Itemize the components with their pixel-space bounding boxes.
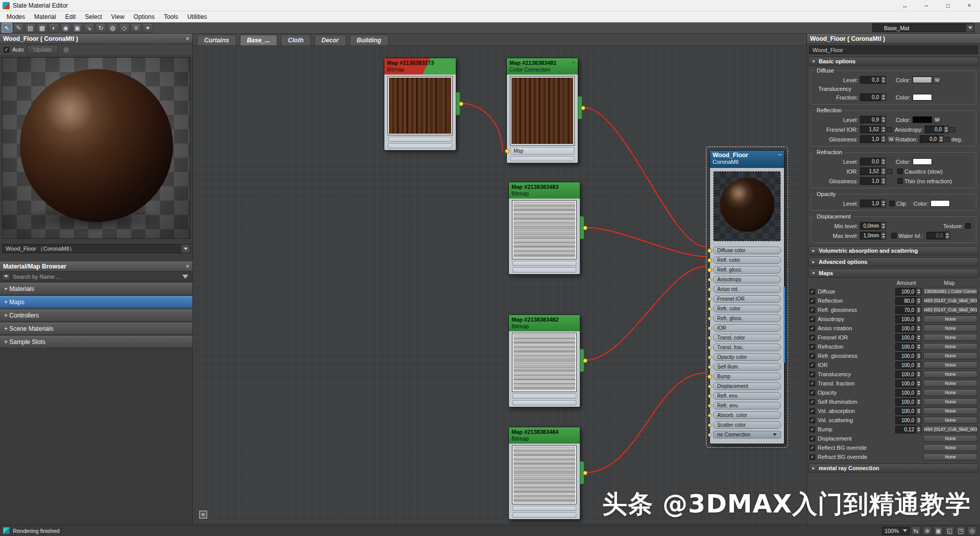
node-color-correction-2138383481[interactable]: Map #2138383481 Color Correction − Map — [506, 58, 578, 163]
collapsed-rollup[interactable] — [512, 506, 576, 511]
browser-group-item[interactable]: + Maps — [0, 296, 192, 308]
drag-material-icon[interactable]: ◎ — [63, 46, 68, 53]
zoom-extents-selected-icon[interactable]: ◳ — [956, 526, 966, 535]
zoom-level-combo[interactable]: 100% — [882, 527, 910, 535]
zoom-icon[interactable]: ⊕ — [922, 526, 932, 535]
rollout-mental-ray-connection[interactable]: ► mental ray Connection — [808, 464, 978, 473]
chevron-down-icon[interactable] — [182, 245, 190, 253]
water-level-checkbox[interactable] — [891, 233, 897, 238]
view-tab[interactable]: Cloth — [281, 35, 311, 45]
fit-view-icon[interactable]: ◎ — [967, 526, 977, 535]
material-input-slot[interactable]: Refr. env. — [713, 402, 781, 409]
spinner-arrows-icon[interactable] — [880, 93, 886, 101]
map-amount-spinner[interactable]: 100,0 — [895, 343, 921, 351]
material-input-slot[interactable]: Opacity color — [713, 353, 781, 361]
input-socket[interactable] — [708, 336, 712, 339]
map-slot-button[interactable]: None — [923, 361, 977, 369]
make-unique-icon[interactable]: ▣ — [72, 23, 83, 33]
spinner-arrows-icon[interactable] — [916, 343, 921, 351]
collapsed-rollup[interactable] — [388, 137, 452, 142]
layout-all-icon[interactable]: ≡ — [131, 23, 141, 33]
navigator-icon[interactable] — [199, 510, 207, 519]
spinner-arrows-icon[interactable] — [916, 334, 921, 342]
map-enable-checkbox[interactable]: ✓ — [810, 381, 815, 386]
map-enable-checkbox[interactable]: ✓ — [810, 316, 815, 322]
material-input-slot[interactable]: Refr. gloss. — [713, 314, 781, 322]
map-enable-checkbox[interactable]: ✓ — [810, 454, 815, 460]
spinner-arrows-icon[interactable] — [880, 222, 886, 230]
anisotropy-map-shortcut[interactable] — [950, 127, 955, 132]
water-level-spinner[interactable]: 0,5 — [926, 232, 950, 239]
map-slot-button[interactable]: 383484 (0147_Cub_tiled_001_R — [923, 426, 977, 433]
map-amount-spinner[interactable]: 100,0 — [895, 325, 921, 332]
material-input-slot[interactable]: mr Connection — [713, 431, 781, 438]
map-enable-checkbox[interactable]: ✓ — [810, 362, 815, 368]
collapsed-rollup[interactable] — [512, 400, 576, 405]
input-socket[interactable] — [707, 248, 712, 253]
map-enable-checkbox[interactable]: ✓ — [810, 436, 815, 442]
zoom-extents-icon[interactable]: ◱ — [945, 526, 954, 535]
spinner-arrows-icon[interactable] — [880, 126, 886, 133]
spinner-arrows-icon[interactable] — [880, 232, 886, 239]
reflection-level-spinner[interactable]: 0,9 — [860, 116, 886, 124]
menu-item[interactable]: Utilities — [183, 12, 212, 21]
connection-wire[interactable] — [586, 228, 706, 257]
map-slot-button[interactable]: None — [923, 343, 977, 350]
map-slot-button[interactable]: 383482 (0147_Cub_tiled_001_R — [923, 306, 977, 313]
input-socket[interactable] — [708, 346, 712, 349]
active-material-combo[interactable]: Base_Mat — [872, 23, 974, 32]
preview-material-selector[interactable]: Wood_Floor （CoronaMtl） — [2, 244, 190, 253]
map-input-slot[interactable]: Map — [510, 147, 574, 155]
fresnel-map-shortcut[interactable] — [887, 127, 892, 132]
connection-wire[interactable] — [462, 104, 503, 152]
map-enable-checkbox[interactable]: ✓ — [810, 427, 815, 432]
reset-maps-icon[interactable]: ↻ — [95, 23, 106, 33]
output-socket[interactable] — [583, 358, 587, 363]
input-socket[interactable] — [707, 258, 712, 262]
map-slot-button[interactable]: None — [923, 389, 977, 396]
map-amount-spinner[interactable]: 100,0 — [895, 398, 921, 406]
diffuse-color-swatch[interactable] — [913, 77, 932, 83]
refraction-level-spinner[interactable]: 0,0 — [860, 158, 886, 165]
node-canvas[interactable]: Map #2138383273 Bitmap Map #2138383481 C… — [193, 46, 806, 525]
rotation-map-shortcut[interactable] — [945, 137, 950, 142]
input-socket[interactable] — [708, 365, 712, 369]
material-input-slot[interactable]: Refl. gloss. — [713, 266, 781, 274]
select-tool-icon[interactable]: ↖ — [2, 23, 12, 33]
material-input-slot[interactable]: Refr. color — [713, 305, 781, 312]
input-socket[interactable] — [708, 423, 712, 427]
material-input-slot[interactable]: Self illum. — [713, 363, 781, 371]
input-socket[interactable] — [708, 326, 712, 330]
browser-group-item[interactable]: + Scene Materials — [0, 323, 192, 335]
spinner-arrows-icon[interactable] — [916, 371, 921, 378]
menu-item[interactable]: View — [107, 12, 129, 21]
node-header[interactable]: Map #2138383273 Bitmap — [384, 58, 456, 75]
map-enable-checkbox[interactable]: ✓ — [810, 335, 815, 340]
render-map-icon[interactable]: ✦ — [142, 23, 153, 33]
map-slot-button[interactable]: None — [923, 453, 977, 460]
spinner-arrows-icon[interactable] — [916, 297, 921, 305]
spinner-arrows-icon[interactable] — [880, 167, 886, 175]
spinner-arrows-icon[interactable] — [916, 288, 921, 296]
diffuse-level-spinner[interactable]: 0,3 — [860, 76, 886, 84]
view-tab[interactable]: Curtains — [197, 35, 236, 45]
map-amount-spinner[interactable]: 100,0 — [895, 371, 921, 378]
caustics-checkbox[interactable] — [897, 168, 903, 174]
map-amount-spinner[interactable]: 100,0 — [895, 407, 921, 415]
map-enable-checkbox[interactable]: ✓ — [810, 445, 815, 451]
material-input-slot[interactable]: Refl. color — [713, 256, 781, 264]
spinner-arrows-icon[interactable] — [916, 352, 921, 360]
map-enable-checkbox[interactable]: ✓ — [810, 326, 815, 331]
map-slot-button[interactable]: 383483 (0147_Cub_tiled_001_R — [923, 297, 977, 304]
map-slot-button[interactable]: None — [923, 417, 977, 424]
collapsed-rollup[interactable] — [388, 143, 452, 149]
close-button[interactable]: × — [959, 0, 980, 11]
collapsed-rollup[interactable] — [512, 513, 576, 518]
node-header[interactable]: Map #2138383484 Bitmap — [509, 427, 580, 444]
material-input-slot[interactable]: Fresnel IOR — [713, 295, 781, 303]
node-header[interactable]: Map #2138383481 Color Correction − — [507, 58, 578, 75]
minimize-button[interactable]: – — [916, 0, 937, 11]
spinner-arrows-icon[interactable] — [880, 158, 886, 165]
reflection-glossiness-spinner[interactable]: 1,0 — [860, 135, 886, 143]
show-shaded-material-icon[interactable]: ◐ — [48, 23, 59, 33]
